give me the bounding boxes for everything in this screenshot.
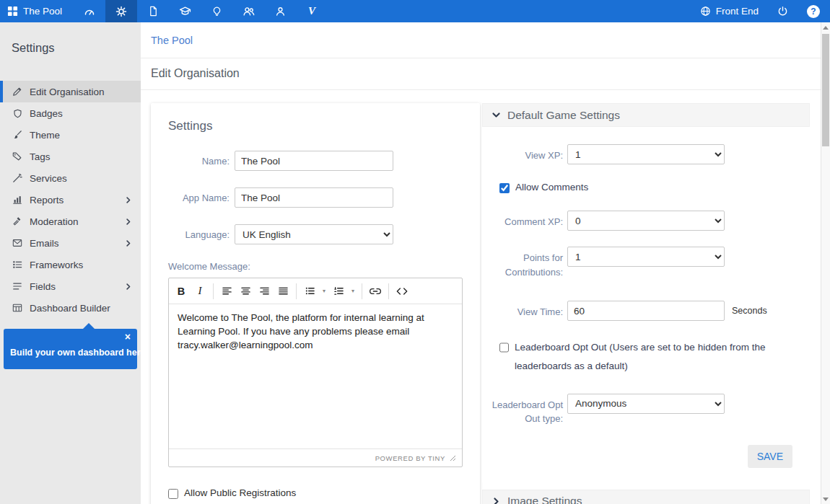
save-button[interactable]: SAVE: [748, 445, 792, 468]
app-name-input[interactable]: [235, 187, 393, 208]
resize-grip-icon[interactable]: [450, 455, 456, 461]
image-settings-header[interactable]: Image Settings: [482, 490, 810, 504]
align-left-button[interactable]: [217, 282, 236, 301]
view-time-suffix: Seconds: [732, 301, 767, 321]
link-button[interactable]: [366, 282, 385, 301]
lightbulb-icon: [211, 6, 222, 17]
magic-wand-icon: [12, 173, 23, 183]
scroll-up-icon[interactable]: [821, 22, 830, 32]
sidebar-item-label: Emails: [30, 238, 59, 249]
points-for-contributions-select[interactable]: 1: [567, 247, 725, 267]
align-justify-button[interactable]: [274, 282, 292, 301]
numbered-list-dropdown-button[interactable]: ▾: [348, 282, 358, 301]
sidebar-item-label: Reports: [30, 195, 64, 205]
align-center-button[interactable]: [236, 282, 255, 301]
brand[interactable]: The Pool: [0, 0, 69, 22]
sidebar-item-dashboard-builder[interactable]: Dashboard Builder: [0, 297, 141, 319]
fields-list-icon: [12, 281, 23, 291]
editor-toolbar: B I ▾ ▾: [169, 278, 462, 304]
tags-icon: [12, 151, 23, 162]
sidebar-item-tags[interactable]: Tags: [0, 146, 141, 167]
tiny-brand-label[interactable]: POWERED BY TINY: [375, 454, 445, 462]
leaderboard-optout-type-select[interactable]: Anonymous: [567, 394, 725, 414]
bullet-list-dropdown-button[interactable]: ▾: [319, 282, 329, 301]
align-right-button[interactable]: [255, 282, 274, 301]
allow-public-registrations-checkbox[interactable]: [168, 489, 178, 499]
dashboard-nav-button[interactable]: [74, 0, 105, 22]
settings-nav-button[interactable]: [105, 0, 137, 22]
v-app-nav-button[interactable]: V: [296, 0, 328, 22]
users-icon: [243, 5, 255, 17]
gavel-icon: [12, 216, 23, 226]
globe-icon: [700, 6, 711, 17]
source-code-button[interactable]: [393, 282, 411, 301]
vertical-scrollbar[interactable]: [821, 22, 830, 504]
chevron-right-icon: [124, 283, 132, 291]
scroll-down-icon[interactable]: [821, 494, 830, 504]
leaderboard-optout-label: Leaderboard Opt Out (Users are set to be…: [515, 338, 778, 376]
numbered-list-button[interactable]: [329, 282, 348, 301]
sidebar-item-theme[interactable]: Theme: [0, 124, 141, 146]
sidebar-item-label: Edit Organisation: [30, 87, 105, 97]
settings-card: Settings Name: App Name: Language: UK En…: [151, 103, 480, 504]
breadcrumb-link[interactable]: The Pool: [151, 35, 193, 46]
bullet-list-button[interactable]: [300, 282, 319, 301]
documents-nav-button[interactable]: [137, 0, 169, 22]
ideas-nav-button[interactable]: [201, 0, 232, 22]
close-icon[interactable]: ×: [125, 332, 131, 342]
bold-icon: B: [178, 286, 185, 297]
align-center-icon: [240, 286, 251, 296]
help-button[interactable]: ?: [807, 0, 820, 22]
language-select[interactable]: UK English: [235, 224, 393, 244]
toolbar-divider: [388, 283, 389, 299]
caret-down-icon: ▾: [323, 288, 326, 294]
welcome-message-editor[interactable]: Welcome to The Pool, the platform for in…: [169, 304, 462, 448]
sidebar-item-moderation[interactable]: Moderation: [0, 211, 141, 232]
rich-text-editor: B I ▾ ▾ Welcome to Th: [168, 278, 463, 467]
view-xp-label: View XP:: [491, 144, 563, 164]
allow-public-registrations-row: Allow Public Registrations: [168, 487, 463, 499]
breadcrumb: The Pool: [141, 22, 821, 58]
page-title: Edit Organisation: [151, 67, 811, 80]
sidebar-item-emails[interactable]: Emails: [0, 232, 141, 254]
sidebar-item-reports[interactable]: Reports: [0, 189, 141, 211]
dashboard-builder-tooltip: × Build your own dashboard here: [4, 329, 137, 369]
name-input[interactable]: [235, 151, 393, 171]
numbered-list-icon: [333, 286, 344, 296]
toolbar-divider: [213, 283, 214, 299]
italic-button[interactable]: I: [191, 282, 209, 301]
chevron-right-icon: [124, 239, 132, 247]
chevron-right-icon: [124, 196, 132, 204]
toolbar-divider: [296, 283, 297, 299]
scrollbar-thumb[interactable]: [822, 34, 829, 146]
default-game-settings-header[interactable]: Default Game Settings: [482, 103, 810, 127]
comment-xp-select[interactable]: 0: [567, 211, 725, 231]
logout-button[interactable]: [777, 0, 788, 22]
chevron-right-icon: [124, 218, 132, 226]
sidebar-item-services[interactable]: Services: [0, 167, 141, 189]
tooltip-text: Build your own dashboard here: [10, 348, 131, 358]
toolbar-divider: [362, 283, 362, 299]
groups-nav-button[interactable]: [232, 0, 264, 22]
caret-down-icon: ▾: [351, 288, 354, 294]
sidebar-item-frameworks[interactable]: Frameworks: [0, 254, 141, 275]
name-row: Name:: [168, 151, 463, 171]
sidebar-item-label: Dashboard Builder: [30, 303, 110, 314]
learning-nav-button[interactable]: [169, 0, 201, 22]
profile-nav-button[interactable]: [264, 0, 296, 22]
sidebar-item-label: Tags: [30, 151, 51, 162]
leaderboard-optout-checkbox[interactable]: [499, 342, 509, 353]
sidebar-item-label: Badges: [30, 108, 63, 119]
view-xp-select[interactable]: 1: [567, 144, 725, 164]
front-end-link[interactable]: Front End: [700, 6, 759, 17]
sidebar-item-fields[interactable]: Fields: [0, 275, 141, 297]
allow-public-registrations-label: Allow Public Registrations: [184, 487, 296, 498]
sidebar-item-badges[interactable]: Badges: [0, 102, 141, 124]
gear-icon: [115, 6, 127, 17]
bold-button[interactable]: B: [172, 282, 191, 301]
view-time-input[interactable]: [567, 301, 725, 321]
sidebar-item-label: Theme: [30, 130, 60, 141]
allow-comments-checkbox[interactable]: [499, 183, 510, 193]
sidebar-item-edit-organisation[interactable]: Edit Organisation: [0, 81, 141, 102]
nav-buttons: V: [74, 0, 328, 22]
